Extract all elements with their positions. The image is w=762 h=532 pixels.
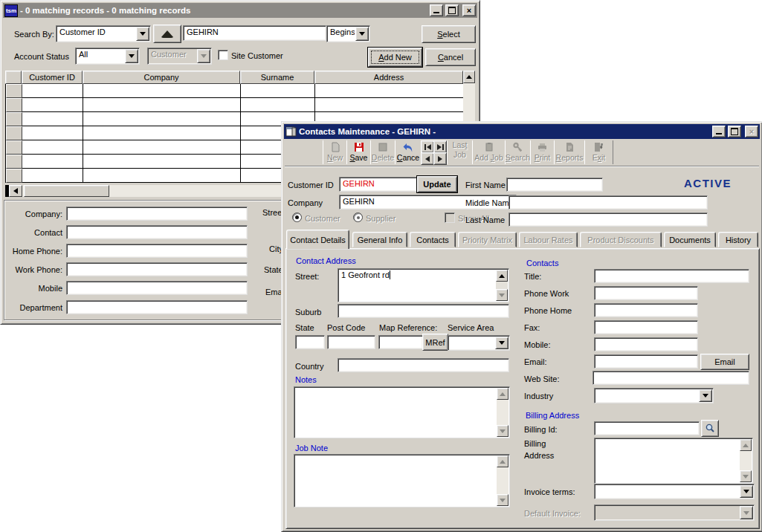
- row-selector[interactable]: [6, 140, 22, 155]
- column-header[interactable]: Company: [83, 71, 240, 84]
- scroll-down-button[interactable]: [497, 425, 508, 437]
- account-status-combobox[interactable]: All: [75, 48, 140, 65]
- maximize-button[interactable]: [728, 126, 741, 137]
- last-name-input[interactable]: [508, 213, 708, 227]
- table-cell[interactable]: [241, 84, 315, 98]
- row-selector[interactable]: [6, 126, 22, 140]
- post-code-input[interactable]: [327, 335, 375, 349]
- last-record-button[interactable]: [433, 140, 447, 153]
- first-record-button[interactable]: [421, 140, 434, 153]
- minimize-button[interactable]: [430, 4, 443, 16]
- job-note-textarea[interactable]: [294, 454, 510, 507]
- row-selector[interactable]: [6, 84, 22, 98]
- scroll-down-button[interactable]: [740, 470, 752, 482]
- invoice-terms-combobox[interactable]: [594, 484, 755, 499]
- table-cell[interactable]: [22, 169, 83, 183]
- customer-id-input[interactable]: GEHIRN: [339, 177, 419, 192]
- first-name-input[interactable]: [506, 178, 603, 192]
- phone-work-input[interactable]: [594, 286, 698, 300]
- company-input[interactable]: [66, 207, 248, 221]
- mobile-input[interactable]: [66, 281, 248, 295]
- department-input[interactable]: [66, 300, 248, 314]
- billing-address-scrollbar[interactable]: [740, 439, 752, 482]
- middle-name-input[interactable]: [508, 195, 708, 210]
- search-query-input[interactable]: GEHIRN: [183, 25, 326, 41]
- sort-toggle-button[interactable]: [153, 25, 181, 43]
- table-cell[interactable]: [315, 84, 464, 98]
- scroll-up-button[interactable]: [740, 439, 752, 451]
- home-phone-input[interactable]: [66, 244, 248, 258]
- table-cell[interactable]: [83, 126, 241, 140]
- email-input[interactable]: [594, 354, 698, 369]
- scroll-up-button[interactable]: [497, 388, 508, 400]
- add-new-button[interactable]: Add New: [368, 48, 422, 67]
- tab-history[interactable]: History: [718, 232, 758, 247]
- table-cell[interactable]: [22, 155, 83, 169]
- column-header[interactable]: Customer ID: [22, 71, 83, 84]
- title-input[interactable]: [594, 269, 749, 283]
- work-phone-input[interactable]: [66, 262, 248, 276]
- mref-button[interactable]: MRef: [422, 334, 448, 351]
- fax-input[interactable]: [594, 320, 698, 334]
- cancel-button[interactable]: Cancel: [425, 48, 476, 66]
- update-button[interactable]: Update: [417, 176, 457, 192]
- industry-combobox[interactable]: [594, 388, 714, 403]
- column-header[interactable]: Surname: [240, 71, 314, 84]
- chevron-down-icon[interactable]: [740, 485, 753, 498]
- mobile-input[interactable]: [594, 337, 698, 351]
- close-button[interactable]: ×: [462, 4, 476, 16]
- suburb-input[interactable]: [338, 304, 509, 318]
- billing-id-lookup-button[interactable]: [701, 420, 719, 437]
- tab-documents[interactable]: Documents: [664, 232, 716, 247]
- match-mode-combobox[interactable]: Begins W: [326, 25, 370, 42]
- tab-general-info[interactable]: General Info: [352, 232, 407, 247]
- table-cell[interactable]: [83, 140, 241, 155]
- table-cell[interactable]: [241, 98, 315, 112]
- phone-home-input[interactable]: [594, 303, 698, 317]
- chevron-down-icon[interactable]: [125, 49, 138, 63]
- billing-id-input[interactable]: [594, 421, 700, 435]
- state-input[interactable]: [295, 335, 325, 349]
- table-cell[interactable]: [83, 155, 241, 169]
- table-cell[interactable]: [83, 98, 241, 112]
- maximize-button[interactable]: [445, 4, 459, 16]
- street-scrollbar[interactable]: [496, 270, 508, 301]
- search-window-titlebar[interactable]: tsm - 0 matching records - 0 matching re…: [3, 3, 477, 18]
- scroll-down-button[interactable]: [497, 494, 508, 506]
- column-header[interactable]: Address: [314, 71, 463, 84]
- notes-scrollbar[interactable]: [497, 388, 508, 437]
- table-cell[interactable]: [22, 84, 83, 98]
- contacts-window-titlebar[interactable]: Contacts Maintenance - GEHIRN - ×: [284, 124, 760, 139]
- scroll-up-button[interactable]: [463, 71, 475, 83]
- row-selector[interactable]: [6, 112, 22, 126]
- billing-address-textarea[interactable]: [594, 438, 753, 484]
- service-area-combobox[interactable]: [448, 335, 510, 351]
- table-cell[interactable]: [83, 84, 241, 98]
- scroll-up-button[interactable]: [497, 455, 508, 467]
- chevron-down-icon[interactable]: [699, 389, 712, 402]
- table-cell[interactable]: [22, 112, 83, 126]
- table-cell[interactable]: [83, 112, 241, 126]
- tab-contacts[interactable]: Contacts: [410, 232, 456, 247]
- country-input[interactable]: [338, 358, 509, 372]
- contact-input[interactable]: [66, 225, 248, 239]
- select-button[interactable]: Select: [422, 25, 476, 43]
- email-button[interactable]: Email: [700, 354, 749, 370]
- scroll-up-button[interactable]: [496, 270, 508, 282]
- chevron-down-icon[interactable]: [136, 27, 149, 41]
- street-textarea[interactable]: 1 Geofront rd: [338, 268, 509, 302]
- chevron-down-icon[interactable]: [355, 27, 369, 41]
- toolbar-cancel-button[interactable]: Cance: [395, 140, 422, 164]
- table-cell[interactable]: [315, 98, 464, 112]
- web-site-input[interactable]: [593, 371, 749, 385]
- tab-contact-details[interactable]: Contact Details: [286, 230, 349, 249]
- scroll-down-button[interactable]: [496, 289, 508, 301]
- chevron-down-icon[interactable]: [495, 337, 508, 349]
- table-row[interactable]: [6, 98, 463, 112]
- notes-textarea[interactable]: [294, 386, 510, 438]
- minimize-button[interactable]: [712, 126, 726, 137]
- row-selector[interactable]: [6, 169, 22, 183]
- scrollbar-thumb[interactable]: [24, 185, 109, 197]
- map-reference-input[interactable]: [378, 335, 423, 349]
- previous-record-button[interactable]: [421, 152, 434, 165]
